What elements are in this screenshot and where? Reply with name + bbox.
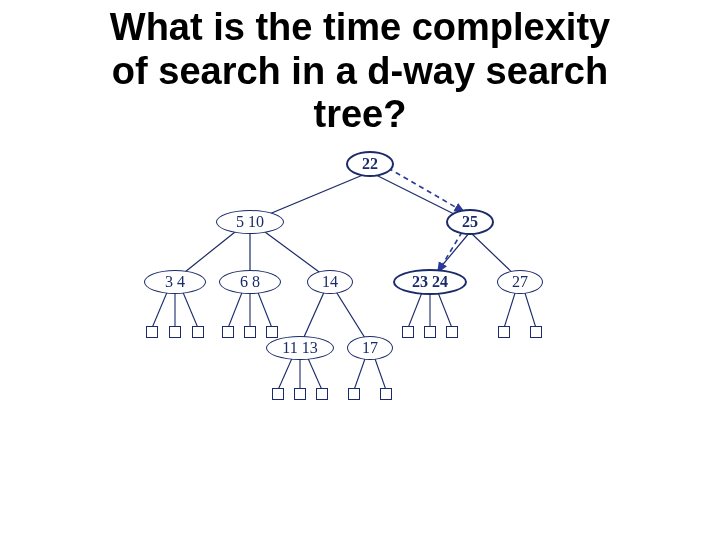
title-line-1: What is the time complexity — [110, 6, 610, 48]
tree-node-14: 14 — [307, 270, 353, 294]
svg-line-22 — [278, 356, 293, 390]
leaf-square — [530, 326, 542, 338]
tree-diagram: 22 5 10 25 3 4 6 8 14 23 24 27 11 13 17 — [140, 150, 600, 450]
tree-node-3-4: 3 4 — [144, 270, 206, 294]
svg-line-8 — [438, 232, 462, 272]
tree-node-17: 17 — [347, 336, 393, 360]
svg-line-20 — [504, 290, 516, 328]
svg-line-25 — [354, 356, 366, 390]
leaf-square — [446, 326, 458, 338]
leaf-square — [498, 326, 510, 338]
leaf-square — [316, 388, 328, 400]
tree-node-6-8: 6 8 — [219, 270, 281, 294]
title-line-2: of search in a d-way search — [112, 50, 608, 92]
svg-line-14 — [257, 290, 272, 328]
tree-node-23-24: 23 24 — [393, 269, 467, 295]
tree-node-27: 27 — [497, 270, 543, 294]
leaf-square — [424, 326, 436, 338]
svg-line-12 — [228, 290, 243, 328]
tree-edges — [140, 150, 600, 450]
svg-line-21 — [524, 290, 536, 328]
leaf-square — [222, 326, 234, 338]
title-line-3: tree? — [314, 93, 407, 135]
tree-node-11-13: 11 13 — [266, 336, 334, 360]
leaf-square — [348, 388, 360, 400]
svg-line-19 — [437, 290, 452, 328]
leaf-square — [402, 326, 414, 338]
svg-line-9 — [152, 290, 168, 328]
tree-node-25: 25 — [446, 209, 494, 235]
svg-line-17 — [408, 290, 423, 328]
leaf-square — [169, 326, 181, 338]
leaf-square — [266, 326, 278, 338]
tree-node-5-10: 5 10 — [216, 210, 284, 234]
leaf-square — [192, 326, 204, 338]
svg-line-24 — [307, 356, 322, 390]
leaf-square — [146, 326, 158, 338]
svg-line-2 — [388, 168, 464, 212]
slide-title: What is the time complexity of search in… — [0, 0, 720, 137]
leaf-square — [294, 388, 306, 400]
svg-line-26 — [374, 356, 386, 390]
leaf-square — [272, 388, 284, 400]
tree-node-root: 22 — [346, 151, 394, 177]
leaf-square — [380, 388, 392, 400]
svg-line-11 — [182, 290, 198, 328]
leaf-square — [244, 326, 256, 338]
